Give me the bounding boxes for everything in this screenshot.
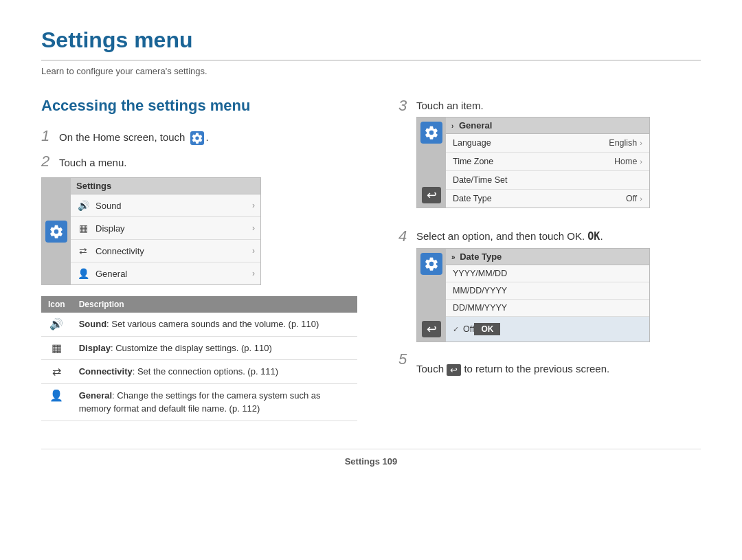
row-label-datetype: Date Type — [453, 194, 626, 203]
mock-sidebar — [42, 178, 71, 284]
step-2: 2 Touch a menu. — [41, 153, 357, 171]
step-4-number: 4 — [398, 227, 411, 245]
step-5-number: 5 — [398, 350, 411, 368]
connectivity-arrow: › — [252, 246, 255, 256]
back-icon: ↩ — [447, 364, 461, 376]
mock-settings-screen: Settings 🔊 Sound › ▦ Display › ⇄ Connect… — [41, 177, 261, 285]
chevron-icon-general: › — [451, 122, 453, 130]
step-5-content: Touch ↩ to return to the previous screen… — [416, 350, 701, 381]
row-datetime: Date/Time Set — [446, 171, 649, 190]
step-4: 4 Select an option, and then touch OK. O… — [398, 227, 701, 342]
table-desc-sound: Sound: Set various camera sounds and the… — [72, 313, 357, 336]
menu-item-general: 👤 General › — [71, 262, 260, 284]
step-3-number: 3 — [398, 97, 411, 115]
step-4-text: Select an option, and then touch OK. OK. — [416, 227, 701, 243]
table-icon-sound: 🔊 — [41, 313, 72, 336]
table-row: ⇄ Connectivity: Set the connection optio… — [41, 360, 357, 384]
back-button-datetype[interactable]: ↩ — [422, 321, 441, 337]
mock-general-screen: ↩ › General Language English › — [416, 117, 650, 208]
ok-button[interactable]: OK — [474, 323, 500, 335]
table-icon-general: 👤 — [41, 383, 72, 421]
menu-item-connectivity: ⇄ Connectivity › — [71, 240, 260, 262]
date-row-off: ✓ Off OK — [446, 317, 649, 341]
gear-icon-datetype — [420, 253, 442, 275]
right-column: 3 Touch an item. ↩ › — [398, 97, 701, 421]
step-5-text: Touch ↩ to return to the previous screen… — [416, 360, 701, 376]
page-footer: Settings 109 — [41, 449, 701, 467]
mock-menu-content: Settings 🔊 Sound › ▦ Display › ⇄ Connect… — [71, 178, 260, 284]
step-1-number: 1 — [41, 127, 54, 145]
menu-label-connectivity: Connectivity — [95, 246, 252, 256]
datetype-screen-header: » Date Type — [446, 249, 649, 265]
table-icon-connectivity: ⇄ — [41, 360, 72, 384]
step-4-content: Select an option, and then touch OK. OK.… — [416, 227, 701, 342]
step-5: 5 Touch ↩ to return to the previous scre… — [398, 350, 701, 381]
row-label-timezone: Time Zone — [453, 157, 614, 166]
row-arrow-language: › — [640, 139, 642, 147]
main-layout: Accessing the settings menu 1 On the Hom… — [41, 97, 701, 421]
date-row-yyyymmdd: YYYY/MM/DD — [446, 265, 649, 282]
row-value-language: English — [609, 138, 637, 148]
step-2-number: 2 — [41, 153, 54, 170]
step-3: 3 Touch an item. ↩ › — [398, 97, 701, 219]
step-1-text: On the Home screen, touch . — [59, 127, 209, 146]
gear-icon — [49, 224, 64, 239]
row-value-datetype: Off — [626, 194, 637, 203]
table-col-desc: Description — [72, 296, 357, 313]
menu-label-general: General — [95, 269, 252, 279]
mock-datetype-screen: ↩ » Date Type YYYY/MM/DD MM/DD/YYYY — [416, 248, 650, 342]
row-value-timezone: Home — [614, 157, 637, 166]
gear-icon-general — [420, 122, 442, 144]
general-arrow: › — [252, 269, 255, 278]
page-subtitle: Learn to configure your camera's setting… — [41, 66, 701, 76]
step-2-text: Touch a menu. — [59, 153, 126, 171]
sound-arrow: › — [252, 201, 255, 210]
menu-label-display: Display — [95, 223, 252, 234]
table-desc-connectivity: Connectivity: Set the connection options… — [72, 360, 357, 384]
date-row-mmddyyyy: MM/DD/YYYY — [446, 282, 649, 300]
row-label-language: Language — [453, 138, 609, 148]
table-row: 🔊 Sound: Set various camera sounds and t… — [41, 313, 357, 336]
connectivity-icon: ⇄ — [76, 244, 90, 258]
general-screen-header: › General — [446, 117, 649, 134]
back-button-general[interactable]: ↩ — [422, 187, 441, 203]
table-row: ▦ Display: Customize the display setting… — [41, 336, 357, 360]
datetype-screen-content: » Date Type YYYY/MM/DD MM/DD/YYYY DD/MM/… — [446, 249, 649, 341]
page-title: Settings menu — [41, 27, 701, 60]
gear-svg-general — [424, 125, 439, 140]
mock-menu-header: Settings — [71, 178, 260, 194]
datetype-sidebar: ↩ — [417, 249, 446, 341]
checkmark-icon: ✓ — [453, 325, 459, 334]
row-label-datetime: Date/Time Set — [453, 175, 642, 185]
section-heading: Accessing the settings menu — [41, 97, 357, 115]
table-col-icon: Icon — [41, 296, 72, 313]
general-icon: 👤 — [76, 267, 90, 280]
display-icon: ▦ — [76, 221, 90, 235]
icon-description-table: Icon Description 🔊 Sound: Set various ca… — [41, 296, 357, 421]
row-datetype: Date Type Off › — [446, 190, 649, 208]
step-3-text: Touch an item. — [416, 97, 701, 111]
gear-svg-datetype — [424, 256, 439, 271]
gear-icon-box — [45, 221, 67, 243]
general-screen-content: › General Language English › Time Zone H… — [446, 117, 649, 208]
sound-icon: 🔊 — [76, 199, 90, 212]
left-column: Accessing the settings menu 1 On the Hom… — [41, 97, 357, 421]
table-icon-display: ▦ — [41, 336, 72, 360]
menu-item-sound: 🔊 Sound › — [71, 194, 260, 217]
row-timezone: Time Zone Home › — [446, 153, 649, 171]
table-row: 👤 General: Change the settings for the c… — [41, 383, 357, 421]
display-arrow: › — [252, 223, 255, 233]
step-1: 1 On the Home screen, touch . — [41, 127, 357, 146]
step-3-content: Touch an item. ↩ › Gene — [416, 97, 701, 219]
row-arrow-datetype: › — [640, 194, 642, 203]
menu-item-display: ▦ Display › — [71, 217, 260, 240]
general-screen-sidebar: ↩ — [417, 117, 446, 208]
table-desc-display: Display: Customize the display settings.… — [72, 336, 357, 360]
row-language: Language English › — [446, 134, 649, 153]
row-arrow-timezone: › — [640, 157, 642, 166]
menu-label-sound: Sound — [95, 201, 252, 211]
table-desc-general: General: Change the settings for the cam… — [72, 383, 357, 421]
date-row-ddmmyyyy: DD/MM/YYYY — [446, 300, 649, 317]
